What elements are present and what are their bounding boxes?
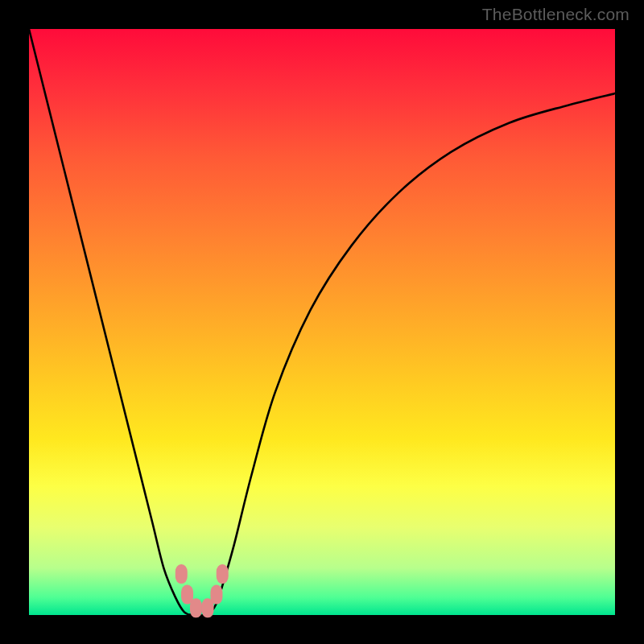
curve-marker xyxy=(175,564,188,584)
bottleneck-curve-path xyxy=(29,29,615,615)
bottleneck-curve-svg xyxy=(29,29,615,615)
watermark-label: TheBottleneck.com xyxy=(482,5,630,24)
curve-marker xyxy=(210,585,222,605)
curve-marker xyxy=(217,564,229,584)
chart-plot-area xyxy=(29,29,615,615)
curve-marker xyxy=(190,598,202,617)
